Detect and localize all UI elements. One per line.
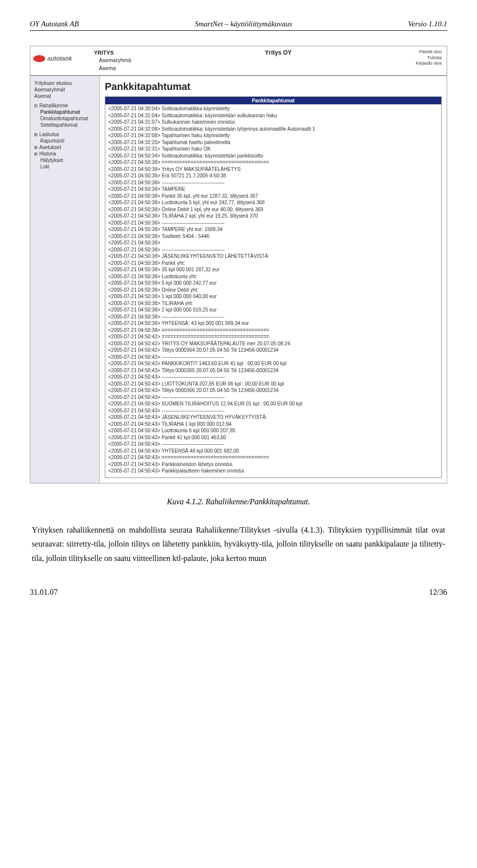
document-footer: 31.01.07 12/36 xyxy=(30,581,447,597)
nav-group-finance[interactable]: ⊟Rahaliikenne xyxy=(34,102,99,109)
log-line: <2005-07-21 04:50:38> 5 kpl 000 000 242,… xyxy=(108,280,438,287)
log-line: <2005-07-21 04:32:31> Tapahtumien haku O… xyxy=(108,146,438,153)
log-line: <2005-07-21 04:50:38> Luottokunta 5 kpl,… xyxy=(108,199,438,206)
log-line: <2005-07-21 04:50:38> ==================… xyxy=(108,159,438,166)
log-line: <2005-07-21 04:50:38> TILIRAHA yht: xyxy=(108,300,438,307)
log-line: <2005-07-21 04:50:38> TAMPERE xyxy=(108,186,438,193)
log-line: <2005-07-21 04:32:20> Tapahtumat haettu … xyxy=(108,139,438,146)
crumb-station-group[interactable]: Asemaryhmä xyxy=(94,57,159,64)
log-line: <2005-07-21 04:50:42> ==================… xyxy=(108,333,438,340)
log-line: <2005-07-21 04:50:43> ------------------… xyxy=(108,374,438,381)
log-line: <2005-07-21 04:50:43> YHTEENSÄ 48 kpl 00… xyxy=(108,448,438,455)
log-line: <2005-07-21 04:50:43> JÄSENLIIKEYHTEENVE… xyxy=(108,414,438,421)
refresh-link[interactable]: Päivitä sivu xyxy=(397,49,442,55)
log-line: <2005-07-21 04:32:08> Soittoautomatiikka… xyxy=(108,126,438,133)
log-line: <2005-07-21 04:50:43> Pankkiaineiston lä… xyxy=(108,461,438,468)
log-line: <2005-07-21 04:50:43> ------------------… xyxy=(108,441,438,448)
log-line: <2005-07-21 04:50:43> TILIRAHA 1 kpl 000… xyxy=(108,421,438,428)
body-paragraph: Yrityksen rahaliikennettä on mahdollista… xyxy=(32,523,445,566)
side-nav: Yrityksen etusivu Asemaryhmät Asemat ⊟Ra… xyxy=(30,76,100,483)
log-line: <2005-07-21 04:31:04> Soittoautomatiikka… xyxy=(108,112,438,119)
log-line: <2005-07-21 04:50:38> TAMPERE yht eur: 1… xyxy=(108,226,438,233)
log-line: <2005-07-21 04:50:38> Pankit yht: xyxy=(108,260,438,267)
nav-group-invoicing[interactable]: ⊞Laskutus xyxy=(34,131,99,138)
log-line: <2005-07-21 04:50:43> Pankit 41 kpl 000 … xyxy=(108,434,438,441)
nav-log[interactable]: Loki xyxy=(34,163,99,170)
log-line: <2005-07-21 04:50:38> Online Debit 1 kpl… xyxy=(108,206,438,213)
app-screenshot: autotank YRITYS Asemaryhmä Asema Yritys … xyxy=(30,46,447,483)
log-line: <2005-07-21 04:50:43> ------------------… xyxy=(108,394,438,401)
crumb-station[interactable]: Asema xyxy=(94,65,159,72)
top-bar: autotank YRITYS Asemaryhmä Asema Yritys … xyxy=(30,46,447,76)
nav-bill-events[interactable]: Setelitapahtumat xyxy=(34,122,99,128)
log-line: <2005-07-21 04:50:38> JÄSENLIIKEYHTEENVE… xyxy=(108,253,438,260)
log-line: <2005-07-21 04:50:38> YHTEENSÄ: 43 kpl 0… xyxy=(108,320,438,327)
nav-group-history[interactable]: ⊞Historia xyxy=(34,151,99,157)
nav-bank-events[interactable]: Pankkitapahtumat xyxy=(34,109,99,115)
log-line: <2005-07-21 04:50:42> ------------------… xyxy=(108,354,438,361)
logo: autotank xyxy=(30,46,90,71)
log-line: <2005-07-21 04:50:38> ------------------… xyxy=(108,314,438,320)
log-line: <2005-07-21 04:50:42> YRITYS OY MAKSUPÄÄ… xyxy=(108,340,438,347)
log-line: <2005-07-21 04:50:38> 1 kpl 000 000 040,… xyxy=(108,293,438,300)
log-line: <2005-07-21 04:30:04> Soittoautomatiikka… xyxy=(108,105,438,112)
panel-header: Pankkitapahtumat xyxy=(105,97,441,104)
logo-icon xyxy=(33,55,45,62)
nav-company-home[interactable]: Yrityksen etusivu xyxy=(34,80,99,86)
events-panel: Pankkitapahtumat <2005-07-21 04:30:04> S… xyxy=(105,96,442,478)
figure-caption: Kuva 4.1.2. Rahaliikenne/Pankkitapahtuma… xyxy=(30,497,447,506)
company-title: Yritys OY xyxy=(159,46,397,56)
log-line: <2005-07-21 04:32:08> Tapahtumien haku k… xyxy=(108,132,438,139)
log-line: <2005-07-21 04:50:43> Pankkipalautteen h… xyxy=(108,468,438,474)
nav-stations[interactable]: Asemat xyxy=(34,93,99,99)
log-line: <2005-07-21 04:50:38> 2 kpl 000 000 019,… xyxy=(108,307,438,314)
log-line: <2005-07-21 04:50:43> Luottokunta 6 kpl … xyxy=(108,427,438,434)
expand-icon: ⊞ xyxy=(34,132,39,137)
breadcrumb: YRITYS Asemaryhmä Asema xyxy=(90,46,159,75)
log-line: <2005-07-21 04:50:43> Tilitys 0000366 20… xyxy=(108,387,438,394)
log-line: <2005-07-21 04:50:38> ==================… xyxy=(108,327,438,334)
crumb-company[interactable]: YRITYS xyxy=(94,49,159,57)
log-line: <2005-07-21 04:50:38> 35 kpl 000 001 287… xyxy=(108,266,438,273)
header-left: OY Autotank AB xyxy=(30,20,79,28)
log-line: <2005-07-21 04:50:43> LUOTTOKUNTA 207,85… xyxy=(108,381,438,388)
expand-icon: ⊞ xyxy=(34,151,39,157)
log-line: <2005-07-21 04:50:42> PANKKIKORTIT 1463,… xyxy=(108,360,438,367)
log-line: <2005-07-21 04:31:07> Sulkukannan hakemi… xyxy=(108,119,438,126)
log-line: <2005-07-21 04:50:38> Yritys OY MAKSUPÄÄ… xyxy=(108,166,438,173)
log-line: <2005-07-21 04:50:38> Online Debit yht: xyxy=(108,287,438,294)
footer-page: 12/36 xyxy=(429,588,447,597)
log-line: <2005-07-21 04:50:43> SUOMEN TILIRAHOITU… xyxy=(108,400,438,407)
expand-icon: ⊞ xyxy=(34,145,39,150)
header-center: SmartNet – käyttöliittymäkuvaus xyxy=(195,20,292,28)
nav-alerts[interactable]: Hälytykset xyxy=(34,157,99,163)
log-line: <2005-07-21 04:50:38> ------------------… xyxy=(108,179,438,186)
log-line: <2005-07-21 04:50:38> ------------------… xyxy=(108,246,438,253)
nav-station-groups[interactable]: Asemaryhmät xyxy=(34,86,99,93)
log-line: <2005-07-21 04:50:34> Soittoautomatiikka… xyxy=(108,153,438,159)
log-line: <2005-07-21 04:50:43> Tilitys 0000365 20… xyxy=(108,367,438,374)
document-header: OY Autotank AB SmartNet – käyttöliittymä… xyxy=(30,20,447,31)
log-line: <2005-07-21 04:50:38> xyxy=(108,239,438,246)
nav-reporting[interactable]: Raportointi xyxy=(34,138,99,144)
log-line: <2005-07-21 04:50:43> ==================… xyxy=(108,454,438,461)
main-content: Pankkitapahtumat Pankkitapahtumat <2005-… xyxy=(100,76,447,483)
header-right: Versio 1.10.1 xyxy=(408,20,447,28)
logo-text: autotank xyxy=(47,55,72,62)
utility-links: Päivitä sivu Tulosta Kirjaudu ulos xyxy=(397,46,447,67)
nav-own-credit-events[interactable]: Omaluottotapahtumat xyxy=(34,115,99,122)
event-log: <2005-07-21 04:30:04> Soittoautomatiikka… xyxy=(105,104,441,477)
logout-link[interactable]: Kirjaudu ulos xyxy=(397,61,442,67)
log-line: <2005-07-21 04:50:38> Tositteet: 5404 - … xyxy=(108,233,438,240)
log-line: <2005-07-21 04:50:38> Pankit 35 kpl, yht… xyxy=(108,193,438,200)
nav-group-settings[interactable]: ⊞Asetukset xyxy=(34,144,99,151)
page-title: Pankkitapahtumat xyxy=(105,81,442,92)
collapse-icon: ⊟ xyxy=(34,103,39,108)
log-line: <2005-07-21 04:50:42> Tilitys 0000364 20… xyxy=(108,347,438,354)
footer-date: 31.01.07 xyxy=(30,588,58,597)
log-line: <2005-07-21 04:50:38> Erä 50721 21.7.200… xyxy=(108,172,438,179)
log-line: <2005-07-21 04:50:43> ------------------… xyxy=(108,407,438,414)
print-link[interactable]: Tulosta xyxy=(397,55,442,61)
log-line: <2005-07-21 04:50:38> ------------------… xyxy=(108,220,438,227)
log-line: <2005-07-21 04:50:38> Luottokunta yht: xyxy=(108,273,438,280)
